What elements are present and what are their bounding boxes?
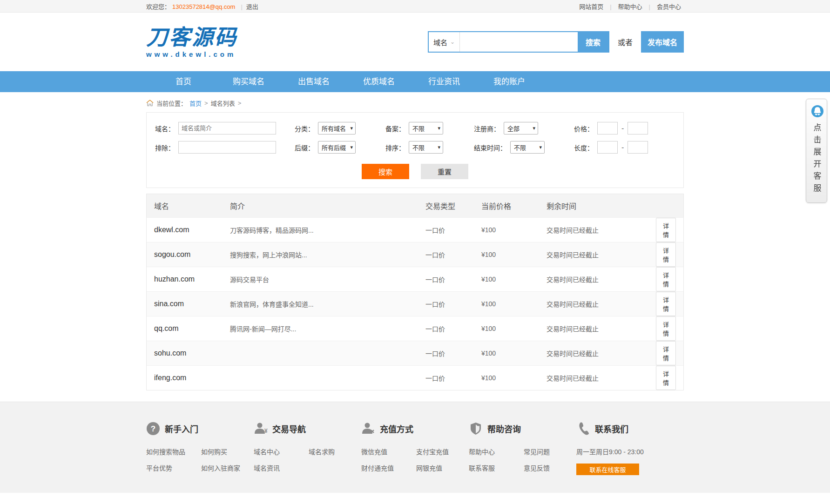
nav-item-buy-domain[interactable]: 购买域名 [216, 71, 281, 92]
filter-suffix-label: 后缀： [295, 143, 314, 152]
footer-link[interactable]: 如何购买 [201, 447, 254, 456]
chevron-down-icon: ⌄ [450, 39, 455, 45]
filter-suffix-select[interactable]: 所有后缀 [318, 141, 356, 154]
type-cell: 一口价 [425, 299, 481, 309]
topbar-divider: | [610, 3, 611, 10]
price-cell: ¥100 [481, 226, 547, 234]
footer-col-title: 新手入门 [165, 423, 198, 435]
breadcrumb-separator: > [204, 100, 208, 107]
footer-col-trade: ¥ 交易导航 域名中心 域名求购 域名资讯 [254, 422, 361, 475]
search-category-value: 域名 [433, 37, 447, 47]
breadcrumb-current: 域名列表 [211, 99, 235, 108]
filter-registrar-select[interactable]: 全部 [504, 122, 538, 134]
nav-item-premium-domain[interactable]: 优质域名 [346, 71, 412, 92]
filter-record-value: 不限 [412, 124, 425, 133]
filter-record-select[interactable]: 不限 [409, 122, 443, 134]
price-cell: ¥100 [481, 300, 547, 308]
footer: ? 新手入门 如何搜索物品 如何购买 平台优势 如何入驻商家 ¥ 交易导航 域名… [0, 402, 830, 493]
col-header-domain: 域名 [154, 200, 230, 211]
contact-online-service-button[interactable]: 联系在线客服 [576, 464, 639, 475]
topbar-link-home[interactable]: 网站首页 [579, 3, 603, 10]
customer-service-tab[interactable]: 点击展开客服 [806, 99, 827, 203]
detail-button[interactable]: 详情 [656, 267, 676, 291]
header-search-box: 域名 ⌄ 搜索 [428, 31, 609, 53]
footer-col-help: 帮助咨询 帮助中心 常见问题 联系客服 意见反馈 [469, 422, 576, 475]
breadcrumb: 当前位置： 首页 > 域名列表 > [146, 92, 684, 112]
filter-price-min-input[interactable] [597, 122, 618, 134]
shield-icon [469, 422, 483, 436]
footer-link[interactable]: 如何搜索物品 [146, 447, 201, 456]
footer-link[interactable]: 常见问题 [524, 447, 576, 456]
price-cell: ¥100 [481, 349, 547, 357]
col-header-price: 当前价格 [481, 200, 547, 211]
footer-link[interactable]: 域名资讯 [254, 463, 309, 472]
filter-category-value: 所有域名 [322, 124, 346, 133]
filter-exclude-input[interactable] [178, 141, 276, 154]
footer-link[interactable]: 帮助中心 [469, 447, 524, 456]
filter-sort-select[interactable]: 不限 [409, 141, 443, 154]
logo-subtitle: www.dkewl.com [146, 50, 237, 58]
header-search-input[interactable] [460, 32, 578, 52]
footer-link[interactable]: 域名中心 [254, 447, 309, 456]
footer-link[interactable]: 域名求购 [309, 447, 361, 456]
filter-sort-label: 排序： [385, 143, 405, 152]
footer-col-beginner: ? 新手入门 如何搜索物品 如何购买 平台优势 如何入驻商家 [146, 422, 254, 475]
main-nav: 首页 购买域名 出售域名 优质域名 行业资讯 我的账户 [0, 71, 830, 92]
detail-button[interactable]: 详情 [656, 341, 676, 365]
footer-link[interactable]: 网银充值 [416, 463, 469, 472]
domain-cell: dkewl.com [154, 226, 230, 234]
nav-item-sell-domain[interactable]: 出售域名 [281, 71, 346, 92]
table-row: huzhan.com 源码交易平台 一口价 ¥100 交易时间已经截止 详情 [147, 267, 683, 291]
header-search-button[interactable]: 搜索 [578, 32, 608, 52]
footer-link[interactable]: 微信充值 [361, 447, 416, 456]
footer-link[interactable]: 支付宝充值 [416, 447, 469, 456]
filter-endtime-label: 结束时间： [474, 143, 506, 152]
filter-reset-button[interactable]: 重置 [421, 164, 468, 179]
filter-domain-input[interactable] [178, 122, 276, 134]
filter-search-button[interactable]: 搜索 [362, 164, 409, 179]
filter-length-min-input[interactable] [597, 141, 618, 154]
detail-button[interactable]: 详情 [656, 316, 676, 341]
phone-icon [576, 422, 590, 436]
breadcrumb-home-link[interactable]: 首页 [189, 99, 202, 108]
filter-endtime-select[interactable]: 不限 [510, 141, 545, 154]
footer-col-title: 交易导航 [272, 423, 306, 435]
svg-text:?: ? [151, 424, 155, 433]
detail-button[interactable]: 详情 [656, 292, 676, 316]
nav-item-home[interactable]: 首页 [151, 71, 216, 92]
time-cell: 交易时间已经截止 [547, 373, 656, 383]
footer-link[interactable]: 意见反馈 [524, 463, 576, 472]
nav-item-industry-news[interactable]: 行业资讯 [412, 71, 477, 92]
filter-category-select[interactable]: 所有域名 [318, 122, 356, 134]
detail-button[interactable]: 详情 [656, 242, 676, 267]
time-cell: 交易时间已经截止 [547, 275, 656, 284]
topbar-links: 网站首页|帮助中心|会员中心 [576, 2, 684, 11]
length-range-dash: - [621, 143, 624, 152]
filter-sort-value: 不限 [412, 143, 425, 152]
svg-text:¥: ¥ [264, 428, 268, 434]
recharge-person-icon [361, 422, 375, 436]
service-hours: 周一至周日9:00 - 23:00 [576, 447, 684, 456]
detail-button[interactable]: 详情 [656, 218, 676, 242]
footer-link[interactable]: 如何入驻商家 [201, 463, 254, 472]
service-tab-label: 点击展开客服 [811, 123, 823, 196]
filter-length-max-input[interactable] [628, 141, 648, 154]
nav-item-my-account[interactable]: 我的账户 [477, 71, 542, 92]
logout-link[interactable]: 退出 [246, 3, 258, 10]
site-logo[interactable]: 刀客源码 www.dkewl.com [146, 26, 237, 58]
user-email-link[interactable]: 13023572814@qq.com [172, 3, 235, 10]
topbar-link-member[interactable]: 会员中心 [657, 3, 681, 10]
domain-cell: sogou.com [154, 250, 230, 259]
footer-link[interactable]: 财付通充值 [361, 463, 416, 472]
detail-button[interactable]: 详情 [656, 366, 676, 390]
search-category-select[interactable]: 域名 ⌄ [429, 32, 460, 52]
publish-domain-button[interactable]: 发布域名 [641, 31, 684, 53]
desc-cell: 新浪官网，体育盛事全知道... [230, 299, 425, 309]
domain-table: 域名 简介 交易类型 当前价格 剩余时间 dkewl.com 刀客源码博客，精品… [146, 194, 684, 390]
topbar-link-help[interactable]: 帮助中心 [618, 3, 642, 10]
footer-link[interactable]: 平台优势 [146, 463, 201, 472]
table-row: dkewl.com 刀客源码博客，精品源码网... 一口价 ¥100 交易时间已… [147, 217, 683, 242]
filter-price-max-input[interactable] [628, 122, 648, 134]
footer-col-title: 充值方式 [380, 423, 413, 435]
footer-link[interactable]: 联系客服 [469, 463, 524, 472]
